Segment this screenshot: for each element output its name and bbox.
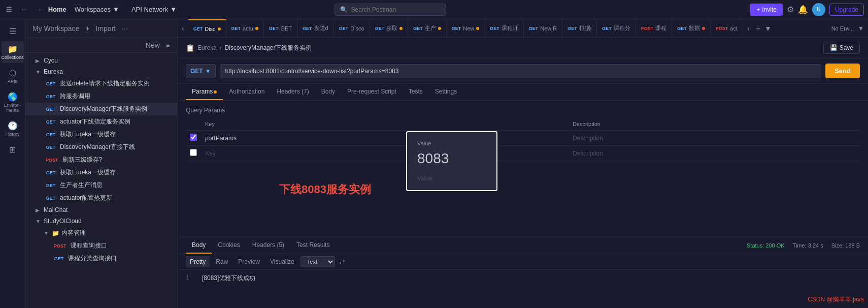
sidebar-item-actuator-config[interactable]: GET actuator配置热更新 xyxy=(25,192,177,204)
forward-button[interactable]: → xyxy=(33,4,44,15)
tab-kecheng[interactable]: GET 课程计 xyxy=(485,19,524,38)
workspaces-dropdown[interactable]: Workspaces ▼ xyxy=(71,4,123,15)
format-pretty-button[interactable]: Pretty xyxy=(186,256,210,267)
resp-tab-test-results[interactable]: Test Results xyxy=(290,237,336,254)
req-tab-prerequest[interactable]: Pre-request Script xyxy=(341,84,403,100)
invite-button[interactable]: + Invite xyxy=(750,4,783,16)
tab-dot-huoqu xyxy=(399,27,403,30)
filter-button[interactable]: ≡ xyxy=(164,40,172,50)
sidebar-item-course-category[interactable]: GET 课程分类查询接口 xyxy=(25,252,177,265)
upgrade-button[interactable]: Upgrade xyxy=(829,4,864,16)
main-content: ‹ GET Disc GET actu GET GET GET 发送d GET xyxy=(178,19,868,308)
sidebar-item-history[interactable]: 🕐 History xyxy=(2,118,24,140)
method-select[interactable]: GET ▼ xyxy=(186,64,216,78)
sidebar-item-producer[interactable]: GET 生产者生产消息 xyxy=(25,179,177,192)
sidebar-item-actuator[interactable]: GET actuator下线指定服务实例 xyxy=(25,115,177,128)
tab-prev-button[interactable]: ‹ xyxy=(180,23,186,34)
top-nav: ☰ ← → Home Workspaces ▼ API Network ▼ 🔍 … xyxy=(0,0,868,19)
sidebar-item-refresh-cache[interactable]: POST 刷新三级缓存? xyxy=(25,153,177,166)
sidebar-item-eureka-cache2[interactable]: GET 获取Eureka一级缓存 xyxy=(25,166,177,179)
save-button[interactable]: 💾 Save xyxy=(823,42,860,54)
sidebar-item-discoverymanager[interactable]: GET DiscoveryManager下线服务实例 xyxy=(25,103,177,115)
resp-tab-headers[interactable]: Headers (5) xyxy=(246,237,290,254)
hamburger-menu-button[interactable]: ☰ xyxy=(4,4,14,15)
req-tab-params[interactable]: Params xyxy=(186,84,223,100)
search-icon: 🔍 xyxy=(340,6,348,13)
tab-get[interactable]: GET GET xyxy=(264,19,297,38)
settings-icon[interactable]: ⚙ xyxy=(787,5,794,14)
sidebar-item-eureka-cache1[interactable]: GET 获取Eureka一级缓存 xyxy=(25,128,177,141)
response-area: Body Cookies Headers (5) Test Results St… xyxy=(178,237,868,308)
sidebar-item-environments[interactable]: 🌎 Environ­ments xyxy=(2,89,24,116)
param-desc-1[interactable] xyxy=(573,135,856,142)
param-check-1[interactable] xyxy=(190,134,197,141)
tab-dot-shengchan xyxy=(438,27,441,30)
resp-tab-body[interactable]: Body xyxy=(186,237,212,254)
tab-huoqu[interactable]: GET 获取 xyxy=(370,19,409,38)
tab-actu[interactable]: GET actu xyxy=(226,19,264,38)
sidebar-item-eureka[interactable]: ▼ Eureka xyxy=(25,66,177,77)
icon-sidebar: ☰ 📁 Collections ⬡ APIs 🌎 Environ­ments 🕐… xyxy=(0,19,25,308)
avatar[interactable]: U xyxy=(812,3,825,16)
param-check-2[interactable] xyxy=(190,149,197,156)
sidebar-item-studyoicloud[interactable]: ▼ StudyOICloud xyxy=(25,215,177,227)
req-tab-tests[interactable]: Tests xyxy=(403,84,429,100)
param-desc-2[interactable] xyxy=(573,150,856,157)
format-raw-button[interactable]: Raw xyxy=(212,256,232,267)
sidebar-item-cyou[interactable]: ▶ Cyou xyxy=(25,55,177,66)
resp-tab-cookies[interactable]: Cookies xyxy=(212,237,246,254)
tab-overflow-button[interactable]: ▼ xyxy=(764,24,772,33)
sidebar-folder-content[interactable]: ▼ 📁 内容管理 xyxy=(25,227,177,239)
sidebar-item-menu[interactable]: ☰ xyxy=(2,23,24,39)
format-preview-button[interactable]: Preview xyxy=(234,256,264,267)
req-tab-authorization[interactable]: Authorization xyxy=(223,84,271,100)
history-icon: 🕐 xyxy=(8,121,18,131)
sidebar-item-collections[interactable]: 📁 Collections xyxy=(2,41,24,63)
sidebar-item-kuafuwu[interactable]: GET 跨服务调用 xyxy=(25,90,177,103)
floating-value-box: Value 8083 Value xyxy=(406,131,497,191)
line-text-1: [8083]优雅下线成功 xyxy=(202,274,255,283)
tab-dot-disc xyxy=(218,27,221,30)
url-input[interactable] xyxy=(220,64,822,78)
sidebar-options-button[interactable]: ··· xyxy=(120,23,130,34)
req-tab-settings[interactable]: Settings xyxy=(429,84,463,100)
sidebar-item-apis[interactable]: ⬡ APIs xyxy=(2,65,24,87)
api-network-dropdown[interactable]: API Network ▼ xyxy=(127,4,181,15)
send-button[interactable]: Send xyxy=(825,64,860,78)
tab-kechengfen[interactable]: GET 课程分 xyxy=(597,19,636,38)
tab-newR[interactable]: GET New R xyxy=(524,19,563,38)
env-dropdown-icon[interactable]: ▼ xyxy=(858,25,864,32)
import-button[interactable]: Import xyxy=(94,23,118,34)
search-input[interactable] xyxy=(351,6,432,13)
collapse-icon-cyou: ▶ xyxy=(36,58,42,64)
collapse-icon-content: ▼ xyxy=(44,230,50,236)
tab-bar: ‹ GET Disc GET actu GET GET GET 发送d GET xyxy=(178,19,868,38)
tab-new[interactable]: GET New xyxy=(447,19,485,38)
back-button[interactable]: ← xyxy=(18,4,29,15)
req-tab-headers[interactable]: Headers (7) xyxy=(271,84,315,100)
add-tab-button[interactable]: + xyxy=(752,24,764,33)
tab-dot-actu xyxy=(255,27,258,30)
workspace-switcher[interactable]: My Workspace xyxy=(30,23,81,34)
new-collection-button[interactable]: + xyxy=(83,23,91,34)
format-visualize-button[interactable]: Visualize xyxy=(266,256,298,267)
sidebar-item-mallchat[interactable]: ▶ MallChat xyxy=(25,204,177,215)
tab-next-button[interactable]: › xyxy=(745,23,752,34)
sidebar-item-extra[interactable]: ⊞ xyxy=(2,142,24,158)
tab-fasong[interactable]: GET 发送d xyxy=(297,19,334,38)
format-type-select[interactable]: Text JSON HTML xyxy=(301,256,335,267)
sidebar-item-fasong[interactable]: GET 发送delete请求下线指定服务实例 xyxy=(25,77,177,90)
tab-shengchan[interactable]: GET 生产 xyxy=(408,19,447,38)
sidebar-item-discovery-direct[interactable]: GET DiscoveryManager直接下线 xyxy=(25,141,177,153)
tab-disco[interactable]: GET Disco xyxy=(334,19,370,38)
notification-icon[interactable]: 🔔 xyxy=(798,5,808,14)
req-tab-body[interactable]: Body xyxy=(315,84,341,100)
tab-post-kecheng[interactable]: POST 课程 xyxy=(636,19,673,38)
tab-disc[interactable]: GET Disc xyxy=(188,19,226,38)
tab-genju[interactable]: GET 根据i xyxy=(562,19,597,38)
new-item-button[interactable]: New xyxy=(144,40,162,50)
wrap-button[interactable]: ⇄ xyxy=(337,257,347,267)
sidebar-item-course-query[interactable]: POST 课程查询接口 xyxy=(25,239,177,252)
tab-data[interactable]: GET 数据 xyxy=(672,19,711,38)
tab-post-act[interactable]: POST act xyxy=(711,19,743,38)
